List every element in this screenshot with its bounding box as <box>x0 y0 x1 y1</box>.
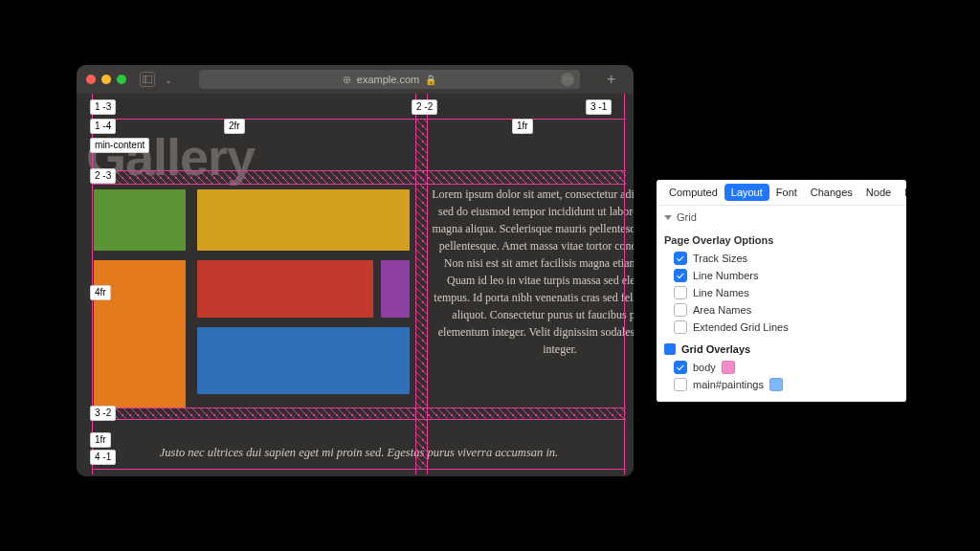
overlay-body[interactable]: body <box>664 359 899 376</box>
grid-badge-row-size-2: 4fr <box>90 285 111 300</box>
grid-line-horizontal <box>92 469 626 470</box>
checkbox-icon <box>674 303 687 317</box>
reader-mode-icon[interactable]: ⋯ <box>561 73 574 86</box>
checkbox-icon <box>674 286 687 299</box>
grid-line-horizontal <box>92 419 626 420</box>
devtools-tabs: Computed Layout Font Changes Node Layers <box>657 180 906 206</box>
grid-badge-row-size-1: min-content <box>90 138 149 153</box>
site-settings-icon: ⊕ <box>343 74 351 86</box>
paintings-grid <box>94 189 410 409</box>
new-tab-button[interactable]: + <box>607 71 622 88</box>
grid-section: Grid Page Overlay Options Track Sizes Li… <box>657 206 906 402</box>
lock-icon: 🔒 <box>425 75 436 85</box>
grid-badge-row-line-2: 2 -3 <box>90 168 116 184</box>
grid-badge-col-size-1: 2fr <box>224 119 245 134</box>
option-label: Line Names <box>693 287 749 298</box>
checkbox-icon <box>674 269 687 282</box>
option-line-names[interactable]: Line Names <box>664 284 899 301</box>
window-controls <box>86 75 126 84</box>
overlay-label: main#paintings <box>693 379 764 390</box>
grid-badge-row-size-3: 1fr <box>90 432 111 448</box>
grid-gap-hatch <box>92 170 626 184</box>
footer-text: Justo nec ultrices dui sapien eget mi pr… <box>124 446 593 460</box>
grid-gap-hatch <box>415 119 427 469</box>
chevron-down-icon[interactable]: ⌄ <box>165 75 172 85</box>
checkbox-icon <box>674 252 687 265</box>
grid-line-horizontal <box>92 119 626 120</box>
painting-block <box>94 260 186 408</box>
grid-gap-hatch <box>92 408 626 419</box>
url-host: example.com <box>357 74 419 85</box>
safari-titlebar: ⌄ ⊕ example.com 🔒 ⋯ + <box>77 65 634 94</box>
painting-block <box>197 260 373 318</box>
color-swatch[interactable] <box>769 378 783 391</box>
grid-section-header[interactable]: Grid <box>657 206 906 229</box>
body-text: Lorem ipsum dolor sit amet, consectetur … <box>431 186 634 358</box>
option-label: Area Names <box>693 304 751 316</box>
svg-rect-0 <box>143 76 152 83</box>
option-track-sizes[interactable]: Track Sizes <box>664 250 899 267</box>
url-bar[interactable]: ⊕ example.com 🔒 ⋯ <box>199 70 580 89</box>
page-overlay-options-heading: Page Overlay Options <box>664 234 899 246</box>
option-area-names[interactable]: Area Names <box>664 301 899 319</box>
close-window-button[interactable] <box>86 75 96 84</box>
sidebar-toggle-icon[interactable] <box>140 72 155 87</box>
tab-node[interactable]: Node <box>859 184 898 201</box>
grid-badge-col-line-2: 2 -2 <box>412 99 437 115</box>
painting-block <box>381 260 410 318</box>
color-swatch[interactable] <box>722 361 735 374</box>
checkbox-icon <box>674 361 687 374</box>
option-label: Track Sizes <box>693 253 747 264</box>
safari-window: ⌄ ⊕ example.com 🔒 ⋯ + Gallery Lorem ipsu… <box>77 65 634 476</box>
checkbox-icon <box>674 378 687 391</box>
fullscreen-window-button[interactable] <box>117 75 126 84</box>
safari-viewport: Gallery Lorem ipsum dolor sit amet, cons… <box>77 94 634 476</box>
grid-badge-row-line-1: 1 -4 <box>90 119 116 134</box>
grid-badge-row-line-4: 4 -1 <box>90 450 116 465</box>
painting-block <box>94 189 186 251</box>
grid-badge-row-line-3: 3 -2 <box>90 406 116 421</box>
checkbox-icon <box>674 320 687 334</box>
tab-changes[interactable]: Changes <box>804 184 859 201</box>
grid-badge-col-size-2: 1fr <box>512 119 533 134</box>
option-label: Line Numbers <box>693 270 758 281</box>
painting-block <box>197 189 410 251</box>
minimize-window-button[interactable] <box>101 75 111 84</box>
grid-badge-col-line-1: 1 -3 <box>90 99 116 115</box>
tab-computed[interactable]: Computed <box>662 184 724 201</box>
grid-line-horizontal <box>92 184 626 185</box>
overlay-label: body <box>693 362 716 373</box>
overlay-main-paintings[interactable]: main#paintings <box>664 376 899 393</box>
tab-layers[interactable]: Layers <box>898 184 906 201</box>
option-line-numbers[interactable]: Line Numbers <box>664 267 899 284</box>
grid-section-title: Grid <box>677 211 697 223</box>
tab-layout[interactable]: Layout <box>724 184 769 201</box>
grid-badge-col-line-3: 3 -1 <box>586 99 612 115</box>
tab-font[interactable]: Font <box>769 184 804 201</box>
option-label: Extended Grid Lines <box>693 321 789 333</box>
disclosure-triangle-icon <box>664 215 672 220</box>
option-extended-grid-lines[interactable]: Extended Grid Lines <box>664 319 899 336</box>
grid-overlays-heading: Grid Overlays <box>664 343 899 355</box>
devtools-panel: Computed Layout Font Changes Node Layers… <box>657 180 906 402</box>
painting-block <box>197 327 410 394</box>
grid-overlays-icon <box>664 343 676 355</box>
